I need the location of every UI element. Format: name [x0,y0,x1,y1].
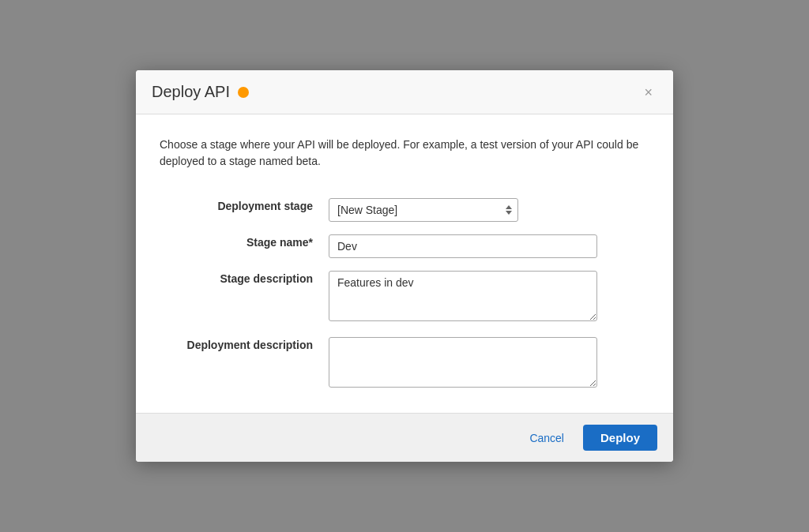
deployment-stage-select-container: [New Stage] [329,198,518,222]
stage-description-textarea[interactable]: Features in dev [329,271,597,321]
deploy-api-dialog: Deploy API × Choose a stage where your A… [136,70,673,462]
dialog-footer: Cancel Deploy [136,413,673,462]
stage-name-label: Stage name* [246,236,313,249]
deployment-description-row: Deployment description [160,331,649,397]
deployment-stage-select[interactable]: [New Stage] [329,198,518,222]
deployment-stage-label: Deployment stage [217,200,313,212]
form-table: Deployment stage [New Stage] [160,192,649,397]
stage-name-input[interactable] [329,234,597,258]
stage-name-row: Stage name* [160,228,649,264]
dialog-header: Deploy API × [136,70,673,114]
stage-description-label: Stage description [220,272,313,285]
deploy-button[interactable]: Deploy [583,425,657,451]
cancel-button[interactable]: Cancel [520,427,574,449]
deployment-description-textarea[interactable] [329,337,597,388]
status-dot [238,87,249,98]
dialog-title: Deploy API [152,83,230,101]
dialog-body: Choose a stage where your API will be de… [136,114,673,413]
deployment-stage-row: Deployment stage [New Stage] [160,192,649,228]
close-button[interactable]: × [639,84,657,101]
deployment-description-label: Deployment description [187,339,313,351]
stage-description-row: Stage description Features in dev [160,264,649,331]
title-group: Deploy API [152,83,249,101]
description-text: Choose a stage where your API will be de… [160,137,649,170]
